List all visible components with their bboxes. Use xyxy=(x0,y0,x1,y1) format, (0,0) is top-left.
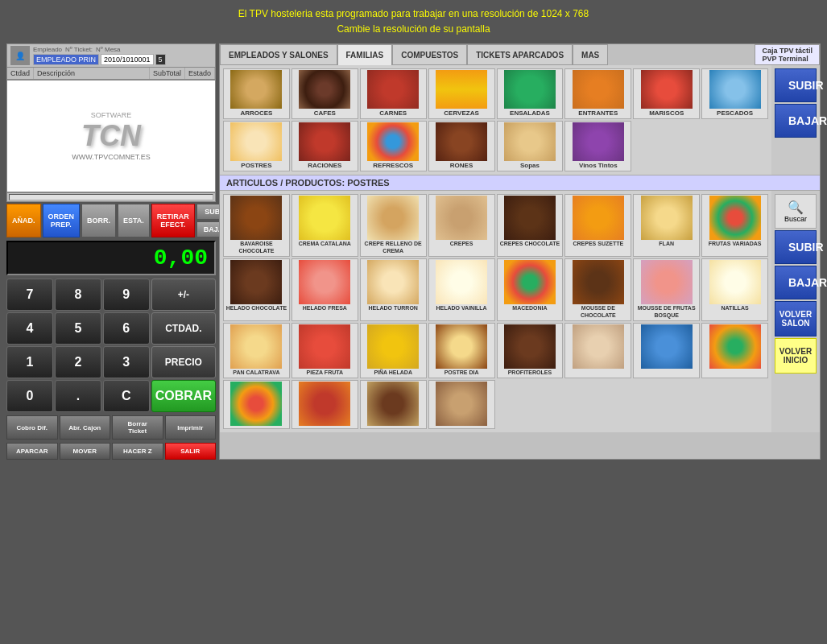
subir-category-button[interactable]: SUBIR xyxy=(775,68,817,102)
scrollbar[interactable] xyxy=(6,192,216,202)
product-label-mousse-frutas: MOUSSE DE FRUTAS BOSQUE xyxy=(635,304,698,320)
btn-ctdad[interactable]: CTDAD. xyxy=(151,312,216,345)
product-pina-helada[interactable]: PIÑA HELADA xyxy=(360,323,427,378)
category-entrantes[interactable]: ENTRANTES xyxy=(564,68,631,119)
product-flan[interactable]: FLAN xyxy=(633,194,700,257)
abr-cajon-button[interactable]: Abr. Cajon xyxy=(60,415,111,440)
product-row4-d[interactable] xyxy=(223,380,290,429)
product-row4-c[interactable] xyxy=(701,323,768,378)
product-natillas[interactable]: NATILLAS xyxy=(701,258,768,321)
category-label-postres: POSTRES xyxy=(241,161,271,170)
orden-prep-button[interactable]: ORDENPREP. xyxy=(43,204,81,237)
tab-empleados[interactable]: EMPLEADOS Y SALONES xyxy=(220,44,337,65)
product-frutas-variadas[interactable]: FRUTAS VARIADAS xyxy=(701,194,768,257)
category-img-arroces xyxy=(230,70,282,109)
category-refrescos[interactable]: REFRESCOS xyxy=(360,121,427,171)
product-img-row4-f xyxy=(367,382,419,426)
btn-2[interactable]: 2 xyxy=(55,346,101,378)
product-macedonia[interactable]: MACEDONIA xyxy=(497,258,564,321)
category-cafes[interactable]: CAFES xyxy=(292,68,358,119)
volver-salon-button[interactable]: VOLVERSALON xyxy=(775,301,817,336)
product-img-row4-g xyxy=(436,382,487,426)
btn-9[interactable]: 9 xyxy=(103,279,150,311)
btn-3[interactable]: 3 xyxy=(103,346,150,378)
product-mousse-chocolate[interactable]: MOUSSE DE CHOCOLATE xyxy=(564,258,631,321)
btn-5[interactable]: 5 xyxy=(55,312,101,345)
volver-inicio-button[interactable]: VOLVERINICIO xyxy=(775,338,817,374)
tab-compuestos[interactable]: COMPUESTOS xyxy=(392,44,467,65)
category-label-entrantes: ENTRANTES xyxy=(578,109,618,118)
product-pieza-fruta[interactable]: PIEZA FRUTA xyxy=(292,323,358,378)
bajar-category-button[interactable]: BAJAR xyxy=(775,104,817,138)
category-pescados[interactable]: PESCADOS xyxy=(701,68,768,119)
btn-clear[interactable]: C xyxy=(103,380,150,412)
product-crepes[interactable]: CREPES xyxy=(428,194,495,257)
product-helado-fresa[interactable]: HELADO FRESA xyxy=(292,258,358,321)
product-pan-calatrava[interactable]: PAN CALATRAVA xyxy=(223,323,290,378)
btn-precio[interactable]: PRECIO xyxy=(151,346,216,378)
top-message: El TPV hosteleria esta programado para t… xyxy=(0,0,827,40)
product-crepes-chocolate[interactable]: CREPES CHOCOLATE xyxy=(497,194,564,257)
product-img-postre-dia xyxy=(436,324,487,369)
subir-products-button[interactable]: SUBIR xyxy=(775,230,817,264)
category-label-mariscos: MARISCOS xyxy=(649,109,684,118)
product-label-profiteroles: PROFITEROLES xyxy=(508,369,552,377)
product-row4-f[interactable] xyxy=(360,380,427,429)
esta-button[interactable]: ESTA. xyxy=(118,204,150,237)
volver-inicio-label: VOLVERINICIO xyxy=(779,347,812,365)
product-img-profiteroles xyxy=(504,324,556,369)
category-vinos-tintos[interactable]: Vinos Tintos xyxy=(564,121,631,171)
btn-6[interactable]: 6 xyxy=(103,312,150,345)
cobro-dif-button[interactable]: Cobro Dif. xyxy=(6,415,58,440)
salir-button[interactable]: SALIR xyxy=(165,443,217,460)
anadir-button[interactable]: AÑAD. xyxy=(6,204,41,237)
category-ensaladas[interactable]: ENSALADAS xyxy=(497,68,564,119)
col-estado: Estado xyxy=(185,68,215,79)
category-postres[interactable]: POSTRES xyxy=(223,121,290,171)
product-bavaroise-chocolate[interactable]: BAVAROISE CHOCOLATE xyxy=(223,194,290,257)
btn-cobrar[interactable]: COBRAR xyxy=(151,380,216,412)
buscar-button[interactable]: 🔍 Buscar xyxy=(775,194,817,229)
borrar-button[interactable]: BORR. xyxy=(81,204,116,237)
product-label-bavaroise-chocolate: BAVAROISE CHOCOLATE xyxy=(225,240,288,255)
btn-4[interactable]: 4 xyxy=(6,312,53,345)
product-row4-b[interactable] xyxy=(633,323,700,378)
category-rones[interactable]: RONES xyxy=(428,121,495,171)
category-mariscos[interactable]: MARISCOS xyxy=(633,68,700,119)
product-crepe-relleno[interactable]: CREPE RELLENO DE CREMA xyxy=(360,194,427,257)
category-arroces[interactable]: ARROCES xyxy=(223,68,290,119)
product-profiteroles[interactable]: PROFITEROLES xyxy=(497,323,564,378)
category-cervezas[interactable]: CERVEZAS xyxy=(428,68,495,119)
mover-button[interactable]: MOVER xyxy=(60,443,111,460)
btn-8[interactable]: 8 xyxy=(55,279,101,311)
tab-mas[interactable]: MAS xyxy=(573,44,608,65)
category-sopas[interactable]: Sopas xyxy=(497,121,564,171)
product-row4-g[interactable] xyxy=(428,380,495,429)
imprimir-button[interactable]: Imprimir xyxy=(165,415,217,440)
product-row4-a[interactable] xyxy=(564,323,631,378)
bajar-products-button[interactable]: BAJAR xyxy=(775,266,817,299)
logo-url: WWW.TPVCOMNET.ES xyxy=(72,153,151,161)
btn-plusminus[interactable]: +/- xyxy=(151,279,216,311)
employee-ticket: 2010/1010001 xyxy=(101,54,154,65)
tab-tickets[interactable]: TICKETS APARCADOS xyxy=(467,44,573,65)
btn-0[interactable]: 0 xyxy=(6,380,53,412)
retirar-button[interactable]: RETIRAREFECT. xyxy=(151,204,195,237)
product-mousse-frutas[interactable]: MOUSSE DE FRUTAS BOSQUE xyxy=(633,258,700,321)
product-postre-dia[interactable]: POSTRE DIA xyxy=(428,323,495,378)
category-raciones[interactable]: RACIONES xyxy=(292,121,358,171)
hacer-z-button[interactable]: HACER Z xyxy=(112,443,163,460)
product-helado-turron[interactable]: HELADO TURRON xyxy=(360,258,427,321)
category-carnes[interactable]: CARNES xyxy=(360,68,427,119)
btn-7[interactable]: 7 xyxy=(6,279,53,311)
product-crema-catalana[interactable]: CREMA CATALANA xyxy=(292,194,358,257)
aparcar-button[interactable]: APARCAR xyxy=(6,443,58,460)
borrar-ticket-button[interactable]: BorrarTicket xyxy=(112,415,163,440)
tab-familias[interactable]: FAMILIAS xyxy=(337,44,393,65)
btn-1[interactable]: 1 xyxy=(6,346,53,378)
product-helado-vainilla[interactable]: HELADO VAINILLA xyxy=(428,258,495,321)
product-helado-chocolate[interactable]: HELADO CHOCOLATE xyxy=(223,258,290,321)
product-crepes-suzette[interactable]: CREPES SUZETTE xyxy=(564,194,631,257)
product-row4-e[interactable] xyxy=(292,380,358,429)
btn-dot[interactable]: . xyxy=(55,380,101,412)
